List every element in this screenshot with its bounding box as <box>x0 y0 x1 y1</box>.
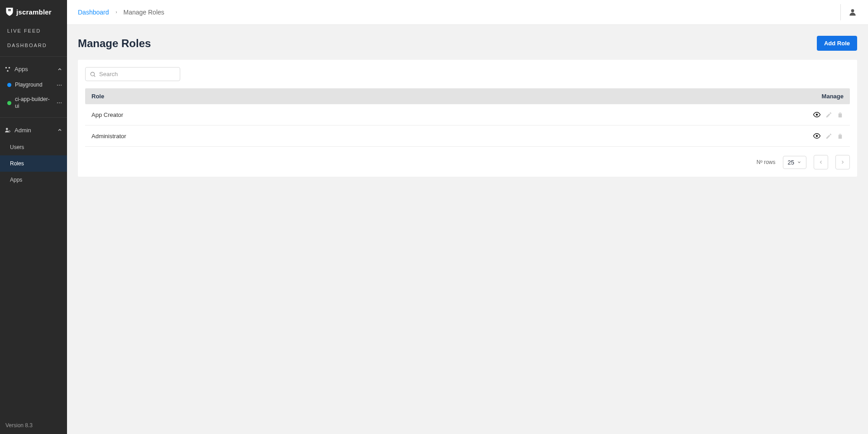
status-dot-icon <box>7 83 11 87</box>
divider <box>840 4 841 20</box>
svg-point-12 <box>61 85 62 86</box>
roles-table: Role Manage App Creator Administrator <box>85 88 850 147</box>
chevron-up-icon <box>57 127 62 133</box>
brand-logo[interactable]: jscrambler <box>0 0 67 24</box>
svg-point-10 <box>57 85 58 86</box>
breadcrumb-current: Manage Roles <box>124 9 164 16</box>
svg-point-8 <box>9 67 10 68</box>
rows-label: Nº rows <box>757 159 776 165</box>
more-horizontal-icon[interactable] <box>56 100 62 106</box>
nav-app-playground[interactable]: Playground <box>0 78 67 92</box>
add-role-button[interactable]: Add Role <box>817 36 857 51</box>
nav-dashboard[interactable]: DASHBOARD <box>0 38 67 53</box>
nav-section-admin[interactable]: Admin <box>0 121 67 139</box>
nav-admin-roles[interactable]: Roles <box>0 155 67 172</box>
svg-point-19 <box>91 72 94 76</box>
svg-point-6 <box>10 10 10 11</box>
svg-point-15 <box>61 102 62 103</box>
delete-icon <box>837 111 844 118</box>
sidebar: jscrambler LIVE FEED DASHBOARD Apps Play… <box>0 0 67 434</box>
svg-point-1 <box>9 10 9 10</box>
svg-point-18 <box>851 9 854 12</box>
col-manage: Manage <box>803 93 844 100</box>
svg-point-22 <box>816 135 818 137</box>
chevron-right-icon <box>840 159 845 165</box>
role-name: App Creator <box>91 111 803 118</box>
table-header: Role Manage <box>85 88 850 104</box>
apps-label: Apps <box>14 66 28 72</box>
nav-section-apps[interactable]: Apps <box>0 60 67 78</box>
nav-app-ci-builder[interactable]: ci-app-builder-ui <box>0 92 67 114</box>
svg-point-9 <box>7 70 9 72</box>
user-icon[interactable] <box>848 8 857 17</box>
rows-per-page-select[interactable]: 25 <box>783 156 806 169</box>
svg-line-20 <box>94 75 95 77</box>
delete-icon <box>837 133 844 140</box>
brand-name: jscrambler <box>16 8 52 16</box>
svg-point-11 <box>59 85 60 86</box>
svg-point-17 <box>9 130 10 132</box>
chevron-down-icon <box>797 160 801 164</box>
chevron-right-icon <box>115 10 118 14</box>
eye-icon[interactable] <box>813 111 821 119</box>
app-name: Playground <box>15 82 53 89</box>
app-name: ci-app-builder-ui <box>15 96 53 110</box>
svg-point-7 <box>5 67 7 68</box>
rows-per-page-value: 25 <box>788 159 794 166</box>
chevron-left-icon <box>818 159 824 165</box>
search-icon <box>90 71 96 77</box>
admin-icon <box>5 127 11 133</box>
svg-point-14 <box>59 102 60 103</box>
prev-page-button[interactable] <box>814 155 828 169</box>
topbar: Dashboard Manage Roles <box>67 0 868 25</box>
chevron-up-icon <box>57 67 62 72</box>
svg-point-16 <box>6 128 8 130</box>
svg-point-3 <box>10 10 10 10</box>
roles-panel: Role Manage App Creator Administrator <box>78 60 857 177</box>
breadcrumb-root[interactable]: Dashboard <box>78 9 109 16</box>
shield-logo-icon <box>5 7 14 17</box>
search-input[interactable] <box>85 67 180 81</box>
edit-icon <box>825 111 832 118</box>
role-name: Administrator <box>91 133 803 140</box>
svg-point-13 <box>57 102 58 103</box>
status-dot-icon <box>7 101 11 105</box>
eye-icon[interactable] <box>813 132 821 140</box>
more-horizontal-icon[interactable] <box>56 82 62 88</box>
nav-live-feed[interactable]: LIVE FEED <box>0 24 67 38</box>
table-row: Administrator <box>85 125 850 147</box>
table-row: App Creator <box>85 104 850 125</box>
svg-point-21 <box>816 114 818 116</box>
nav-admin-users[interactable]: Users <box>0 139 67 155</box>
svg-point-5 <box>9 10 10 11</box>
edit-icon <box>825 133 832 140</box>
svg-point-2 <box>9 10 10 10</box>
apps-icon <box>5 66 11 72</box>
admin-label: Admin <box>14 127 31 134</box>
next-page-button[interactable] <box>835 155 850 169</box>
col-role: Role <box>91 93 803 100</box>
nav-admin-apps[interactable]: Apps <box>0 172 67 188</box>
svg-point-4 <box>9 10 9 11</box>
version-text: Version 8.3 <box>0 417 67 434</box>
page-title: Manage Roles <box>78 37 151 50</box>
breadcrumb: Dashboard Manage Roles <box>78 9 164 16</box>
